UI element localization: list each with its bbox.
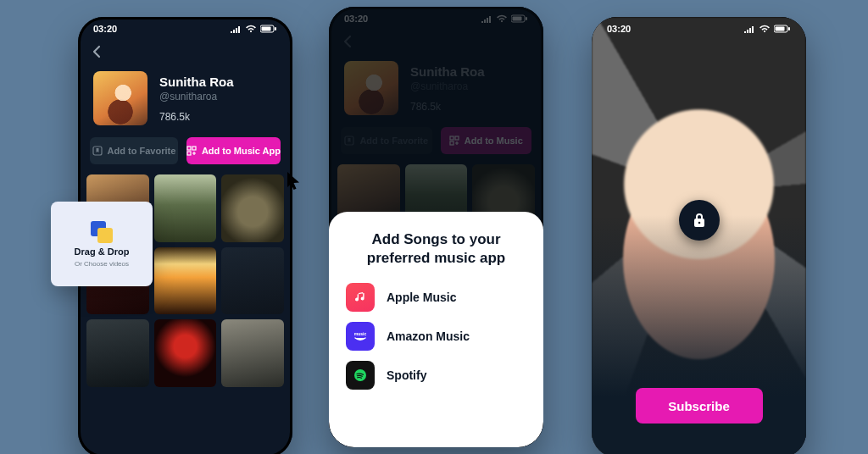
add-to-music-button: Add to Music <box>441 127 532 154</box>
media-tile[interactable] <box>221 319 284 387</box>
action-row: Add to Favorite Add to Music <box>329 127 543 164</box>
cursor-icon <box>286 170 304 192</box>
bookmark-icon <box>344 136 354 146</box>
battery-icon <box>511 14 528 23</box>
music-app-amazon[interactable]: music Amazon Music <box>346 322 526 351</box>
drag-drop-title: Drag & Drop <box>75 246 130 257</box>
svg-rect-13 <box>450 141 453 145</box>
grid-plus-icon <box>449 136 459 146</box>
status-time: 03:20 <box>344 14 368 24</box>
avatar[interactable] <box>93 71 147 125</box>
svg-rect-9 <box>526 17 527 20</box>
phone-paywall: 03:20 Subscribe <box>592 17 806 454</box>
svg-rect-5 <box>192 147 196 150</box>
fav-label: Add to Favorite <box>108 146 176 156</box>
battery-icon <box>774 25 791 33</box>
fav-label: Add to Favorite <box>359 136 428 146</box>
subscribe-button[interactable]: Subscribe <box>636 388 763 424</box>
status-bar: 03:20 <box>78 17 292 41</box>
profile-handle: @sunitharoa <box>159 91 234 102</box>
svg-rect-8 <box>513 17 522 21</box>
drag-drop-sub: Or Choose videos <box>75 260 129 268</box>
subscribe-label: Subscribe <box>668 399 730 413</box>
profile-name: Sunitha Roa <box>159 75 234 89</box>
wifi-icon <box>245 25 257 33</box>
svg-rect-2 <box>275 27 276 30</box>
music-app-spotify[interactable]: Spotify <box>346 361 526 390</box>
spotify-icon <box>346 361 375 390</box>
grid-plus-icon <box>186 146 197 156</box>
back-button[interactable] <box>341 34 543 53</box>
svg-text:music: music <box>354 331 367 336</box>
profile-handle: @sunitharoa <box>410 80 485 92</box>
lock-icon <box>692 212 707 229</box>
media-tile[interactable] <box>86 319 149 387</box>
profile-count: 786.5k <box>410 101 485 113</box>
signal-icon <box>743 25 755 33</box>
sheet-heading: Add Songs to your preferred music app <box>346 230 526 268</box>
status-time: 03:20 <box>93 24 117 34</box>
wifi-icon <box>496 14 508 23</box>
battery-icon <box>260 25 277 33</box>
app-label: Apple Music <box>387 291 456 304</box>
svg-rect-18 <box>788 27 790 30</box>
svg-point-20 <box>698 222 700 224</box>
drag-drop-icon <box>91 221 113 243</box>
profile-header: Sunitha Roa @sunitharoa 786.5k <box>78 71 292 137</box>
avatar <box>344 61 398 115</box>
svg-rect-4 <box>187 147 191 150</box>
svg-rect-12 <box>455 136 459 140</box>
app-label: Spotify <box>387 368 426 382</box>
phone-music-sheet: 03:20 Sunitha Roa @sunitharoa 786.5k Add… <box>329 7 543 447</box>
media-tile[interactable] <box>221 247 284 315</box>
profile-name: Sunitha Roa <box>410 64 485 79</box>
signal-icon <box>230 25 242 33</box>
profile-header: Sunitha Roa @sunitharoa 786.5k <box>329 61 543 127</box>
lock-badge <box>679 200 720 241</box>
svg-rect-11 <box>450 136 453 140</box>
status-icons <box>743 25 791 33</box>
status-time: 03:20 <box>607 24 631 34</box>
drag-drop-card[interactable]: Drag & Drop Or Choose videos <box>51 202 153 286</box>
status-bar: 03:20 <box>592 17 806 41</box>
music-app-sheet: Add Songs to your preferred music app Ap… <box>329 212 543 447</box>
wifi-icon <box>759 25 771 33</box>
amazon-music-icon: music <box>346 322 375 351</box>
add-to-favorite-button: Add to Favorite <box>341 127 432 154</box>
bookmark-icon <box>92 146 103 156</box>
status-icons <box>481 14 528 23</box>
media-tile[interactable] <box>154 247 217 315</box>
media-tile[interactable] <box>154 174 217 242</box>
apple-music-icon <box>346 283 375 312</box>
media-tile[interactable] <box>154 319 217 387</box>
svg-rect-17 <box>776 27 785 31</box>
svg-rect-6 <box>187 152 191 155</box>
profile-count: 786.5k <box>159 111 234 123</box>
add-to-favorite-button[interactable]: Add to Favorite <box>90 137 178 164</box>
back-button[interactable] <box>90 44 292 63</box>
media-tile[interactable] <box>221 174 284 242</box>
status-icons <box>230 25 277 33</box>
music-label: Add to Music <box>465 136 523 146</box>
action-row: Add to Favorite Add to Music App <box>78 137 292 174</box>
add-to-music-button[interactable]: Add to Music App <box>186 137 281 164</box>
music-app-list: Apple Music music Amazon Music Spotify <box>346 283 526 390</box>
music-app-apple[interactable]: Apple Music <box>346 283 526 312</box>
app-label: Amazon Music <box>387 329 470 343</box>
music-label: Add to Music App <box>202 146 281 156</box>
signal-icon <box>481 14 492 23</box>
svg-rect-1 <box>262 27 271 31</box>
status-bar: 03:20 <box>329 7 543 30</box>
